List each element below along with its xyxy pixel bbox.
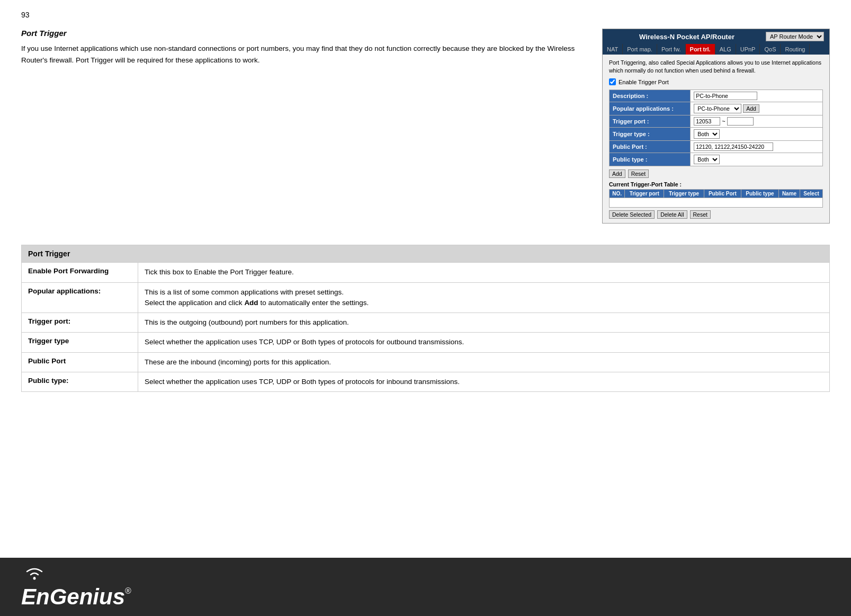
enable-row: Enable Trigger Port [609,78,823,85]
nav-tab-nat[interactable]: NAT [603,44,623,55]
nav-tab-upnp[interactable]: UPnP [736,44,760,55]
router-header: Wireless-N Pocket AP/Router AP Router Mo… [603,29,829,44]
col-public-type: Public type [741,190,778,198]
svg-point-0 [33,577,36,579]
label-description: Description : [610,90,691,102]
ref-desc-trigger-port: This is the outgoing (outbound) port num… [138,313,830,333]
brand-name: EnGenius [21,584,125,610]
form-row-description: Description : [610,90,823,102]
trigger-table-title: Current Trigger-Port Table : [609,181,823,188]
trigger-table: NO. Trigger port Trigger type Public Por… [609,189,823,208]
enable-trigger-label: Enable Trigger Port [619,79,669,85]
ref-section-header: Port Trigger [22,245,830,263]
ref-field-popular-apps: Popular applications: [22,282,138,313]
trigger-table-empty-cell [610,198,823,208]
nav-tab-portmap[interactable]: Port map. [623,44,657,55]
popular-apps-select[interactable]: PC-to-Phone [694,104,741,113]
col-no: NO. [610,190,625,198]
ref-field-enable: Enable Port Forwarding [22,263,138,282]
form-row-trigger-port: Trigger port : ~ [610,115,823,128]
trigger-table-section: Current Trigger-Port Table : NO. Trigger… [609,181,823,219]
registered-mark: ® [125,586,131,596]
trigger-port-end-input[interactable] [727,117,754,126]
ref-desc-public-port: These are the inbound (incoming) ports f… [138,352,830,372]
form-table: Description : Popular applications : PC-… [609,90,823,166]
ref-row-public-type: Public type: Select whether the applicat… [22,372,830,391]
ref-row-trigger-type: Trigger type Select whether the applicat… [22,333,830,352]
footer: EnGenius ® [0,558,851,616]
ref-row-popular-apps: Popular applications: This is a list of … [22,282,830,313]
enable-trigger-checkbox[interactable] [609,78,616,85]
router-desc-text: Port Triggering, also called Special App… [609,59,823,74]
reference-table: Port Trigger Enable Port Forwarding Tick… [21,245,830,392]
nav-tab-porttrl[interactable]: Port trl. [686,44,715,55]
router-title: Wireless-N Pocket AP/Router [608,33,766,41]
router-nav: NAT Port map. Port fw. Port trl. ALG UPn… [603,44,829,55]
ref-field-public-type: Public type: [22,372,138,391]
ref-field-public-port: Public Port [22,352,138,372]
two-column-layout: Port Trigger If you use Internet applica… [21,29,830,224]
label-popular-apps: Popular applications : [610,102,691,115]
trigger-type-select[interactable]: Both TCP UDP [694,129,720,139]
engenius-logo: EnGenius ® [21,565,131,610]
ref-table-header-row: Port Trigger [22,245,830,263]
value-description [691,90,823,102]
trigger-table-header-row: NO. Trigger port Trigger type Public Por… [610,190,823,198]
table-reset-button[interactable]: Reset [690,210,711,219]
add-button[interactable]: Add [609,169,625,178]
col-name: Name [778,190,800,198]
reset-button[interactable]: Reset [628,169,649,178]
trigger-table-empty-row [610,198,823,208]
form-row-public-type: Public type : Both TCP UDP [610,153,823,166]
label-public-port: Public Port : [610,141,691,153]
form-row-public-port: Public Port : [610,141,823,153]
page-number: 93 [21,11,830,19]
ref-desc-enable: Tick this box to Enable the Port Trigger… [138,263,830,282]
nav-tab-qos[interactable]: QoS [760,44,781,55]
ref-row-public-port: Public Port These are the inbound (incom… [22,352,830,372]
router-screenshot: Wireless-N Pocket AP/Router AP Router Mo… [602,29,830,224]
value-trigger-type: Both TCP UDP [691,128,823,141]
col-public-port: Public Port [704,190,741,198]
router-body: Port Triggering, also called Special App… [603,55,829,223]
trigger-port-input[interactable] [694,117,720,126]
main-content: 93 Port Trigger If you use Internet appl… [0,0,851,558]
ref-row-trigger-port: Trigger port: This is the outgoing (outb… [22,313,830,333]
value-public-port [691,141,823,153]
description-input[interactable] [694,92,757,100]
intro-text: If you use Internet applications which u… [21,43,586,66]
nav-tab-routing[interactable]: Routing [781,44,810,55]
ref-desc-trigger-type: Select whether the application uses TCP,… [138,333,830,352]
col-trigger-type: Trigger type [664,190,704,198]
ref-row-enable: Enable Port Forwarding Tick this box to … [22,263,830,282]
trigger-port-tilde: ~ [722,118,727,124]
mode-select[interactable]: AP Router Mode [766,32,824,41]
logo-brand-text: EnGenius ® [21,584,131,610]
add-app-button[interactable]: Add [743,104,759,113]
value-popular-apps: PC-to-Phone Add [691,102,823,115]
nav-tab-portfw[interactable]: Port fw. [657,44,686,55]
ref-desc-public-type: Select whether the application uses TCP,… [138,372,830,391]
ref-field-trigger-type: Trigger type [22,333,138,352]
router-ui-panel: Wireless-N Pocket AP/Router AP Router Mo… [602,29,830,224]
trigger-action-row: Delete Selected Delete All Reset [609,210,823,219]
form-btn-row: Add Reset [609,169,823,178]
ref-table-body: Enable Port Forwarding Tick this box to … [22,263,830,392]
form-row-popular-apps: Popular applications : PC-to-Phone Add [610,102,823,115]
value-public-type: Both TCP UDP [691,153,823,166]
nav-tab-alg[interactable]: ALG [715,44,736,55]
trigger-table-body [610,198,823,208]
label-trigger-type: Trigger type : [610,128,691,141]
form-row-trigger-type: Trigger type : Both TCP UDP [610,128,823,141]
ref-desc-popular-apps: This is a list of some common applicatio… [138,282,830,313]
section-title: Port Trigger [21,29,586,38]
wifi-icon [21,565,48,583]
value-trigger-port: ~ [691,115,823,128]
left-column: Port Trigger If you use Internet applica… [21,29,586,224]
delete-all-button[interactable]: Delete All [657,210,687,219]
public-port-input[interactable] [694,142,773,151]
col-trigger-port: Trigger port [625,190,664,198]
delete-selected-button[interactable]: Delete Selected [609,210,655,219]
public-type-select[interactable]: Both TCP UDP [694,155,720,164]
label-trigger-port: Trigger port : [610,115,691,128]
